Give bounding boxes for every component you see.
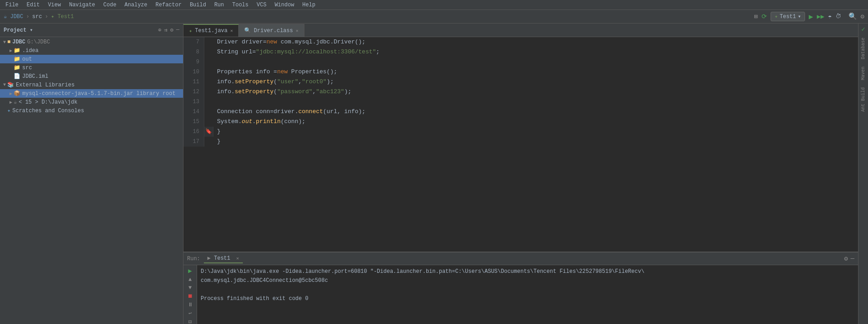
menu-item-edit[interactable]: Edit (23, 1, 43, 9)
run-wrap-button[interactable]: ↩ (188, 310, 192, 317)
checkmark-icon: ✓ (861, 25, 865, 33)
bottom-tab-test1[interactable]: ▶ Test1 ✕ (204, 254, 243, 263)
run-scroll-down[interactable]: ▼ (188, 285, 192, 291)
sidebar-icons: ⊕ ⇉ ⚙ — (158, 27, 179, 33)
tree-item-out[interactable]: 📁 out (0, 55, 183, 63)
run-pause-button[interactable]: ⏸ (188, 301, 193, 308)
code-line-17: 17 } (183, 137, 858, 147)
tab-driverclass[interactable]: 🔍 Driver.class ✕ (239, 24, 304, 37)
tree-arrow-jdk: ▶ (8, 100, 14, 105)
tree-item-idea[interactable]: ▶ 📁 .idea (0, 46, 183, 55)
code-line-8: 8 String url="jdbc:mysql://localhost:330… (183, 47, 858, 57)
code-line-16: 16 🔖 } (183, 127, 858, 137)
top-bar: ☕ JDBC › src › ✦ Test1 ⊞ ⟳ ✦ Test1 ▾ ▶ ▶… (0, 10, 868, 24)
coverage-button[interactable]: ☂ (828, 13, 832, 20)
menu-item-analyze[interactable]: Analyze (121, 1, 151, 9)
scratches-icon: ✦ (7, 107, 10, 114)
tab-close-driver[interactable]: ✕ (296, 28, 299, 33)
chevron-down-icon: ▾ (798, 13, 801, 20)
folder-icon-src: 📁 (14, 64, 20, 71)
menu-item-build[interactable]: Build (186, 1, 210, 9)
panel-minimize-icon[interactable]: — (851, 255, 854, 262)
bottom-panel-icons: ⚙ — (844, 255, 854, 262)
run-label: Run: (187, 256, 200, 262)
run-icon-small: ▶ (207, 255, 211, 262)
menu-item-help[interactable]: Help (299, 1, 319, 9)
search-icon[interactable]: 🔍 (849, 12, 857, 21)
right-tab-maven[interactable]: Maven (860, 64, 867, 83)
tree-label-out: out (22, 56, 32, 62)
sidebar-locate-icon[interactable]: ⊕ (158, 27, 161, 33)
menu-item-view[interactable]: View (44, 1, 65, 9)
debug-button[interactable]: ▶▶ (817, 13, 825, 20)
tab-close-test1[interactable]: ✕ (230, 28, 233, 33)
panel-settings-icon[interactable]: ⚙ (844, 255, 848, 262)
menu-item-window[interactable]: Window (271, 1, 298, 9)
breadcrumb-test1[interactable]: ✦ Test1 (51, 13, 73, 20)
tab-label-driver: Driver.class (254, 28, 293, 34)
tab-icon-driver: 🔍 (244, 27, 251, 34)
breadcrumb-src[interactable]: src (32, 14, 42, 20)
menu-item-file[interactable]: File (2, 1, 22, 9)
right-tab-database[interactable]: Database (860, 35, 867, 62)
tree-arrow: ▼ (2, 40, 7, 45)
jdk-icon: ☕ (14, 99, 17, 105)
menu-item-tools[interactable]: Tools (229, 1, 252, 9)
tree-arrow-extlibs: ▼ (2, 82, 7, 87)
folder-icon-out: 📁 (14, 56, 20, 62)
profiler-button[interactable]: ⏱ (835, 13, 841, 20)
run-button[interactable]: ▶ (809, 12, 813, 21)
bottom-tab-label: Test1 (214, 255, 230, 262)
tree-item-jdk[interactable]: ▶ ☕ < 15 > D:\Java\jdk (0, 98, 183, 106)
code-line-7: 7 Driver driver=new com.mysql.jdbc.Drive… (183, 37, 858, 47)
tree-item-src[interactable]: 📁 src (0, 63, 183, 72)
tree-label-iml: JDBC.iml (22, 73, 48, 80)
breadcrumb-jdbc[interactable]: ☕ JDBC (4, 13, 23, 20)
run-play-button[interactable]: ▶ (188, 267, 192, 275)
bottom-tab-close[interactable]: ✕ (236, 256, 239, 261)
menu-item-navigate[interactable]: Navigate (65, 1, 99, 9)
run-filter-button[interactable]: ⊟ (188, 319, 192, 324)
tab-test1java[interactable]: ✦ Test1.java ✕ (183, 24, 239, 37)
settings-icon[interactable]: ⚙ (861, 13, 864, 20)
tree-item-jdbc[interactable]: ▼ ■ JDBC G:\JDBC (0, 38, 183, 46)
right-panel: ✓ Database Maven Ant Build (858, 24, 868, 324)
run-config-selector[interactable]: ✦ Test1 ▾ (771, 12, 805, 21)
tree-label-idea: .idea (22, 48, 39, 54)
jar-icon: 📦 (14, 90, 20, 97)
code-line-13: 13 (183, 97, 858, 107)
toolbar-right: ⊞ ⟳ ✦ Test1 ▾ ▶ ▶▶ ☂ ⏱ 🔍 ⚙ (754, 12, 864, 21)
tree-label-mysql: mysql-connector-java-5.1.7-bin.jar libra… (22, 91, 175, 97)
sidebar: Project ▾ ⊕ ⇉ ⚙ — ▼ ■ JDBC G:\JDBC ▶ 📁 .… (0, 24, 183, 324)
console-line-1: D:\Java\jdk\bin\java.exe -Didea.launcher… (201, 267, 854, 276)
menu-item-run[interactable]: Run (211, 1, 228, 9)
sidebar-collapse-icon[interactable]: ⇉ (164, 27, 167, 33)
right-tab-antbuild[interactable]: Ant Build (860, 85, 867, 114)
sidebar-settings-icon[interactable]: ⚙ (170, 27, 174, 33)
code-line-15: 15 System.out.println(conn); (183, 117, 858, 127)
tree-item-extlibs[interactable]: ▼ 📚 External Libraries (0, 81, 183, 89)
tree-label-src: src (22, 65, 32, 71)
bottom-content: ▶ ▲ ▼ ⏹ ⏸ ↩ ⊟ D:\Java\jdk\bin\java.exe -… (183, 265, 858, 324)
toolbar-icon-layout[interactable]: ⊞ (754, 13, 757, 20)
menu-item-code[interactable]: Code (100, 1, 120, 9)
toolbar-icon-sync[interactable]: ⟳ (762, 13, 767, 20)
code-line-9: 9 (183, 57, 858, 67)
tree-item-iml[interactable]: 📄 JDBC.iml (0, 72, 183, 81)
code-line-12: 12 info.setProperty("password","abc123")… (183, 87, 858, 97)
tab-bar: ✦ Test1.java ✕ 🔍 Driver.class ✕ (183, 24, 858, 37)
code-editor[interactable]: 7 Driver driver=new com.mysql.jdbc.Drive… (183, 37, 858, 252)
sidebar-close-icon[interactable]: — (176, 27, 179, 33)
tree-item-scratches[interactable]: ✦ Scratches and Consoles (0, 106, 183, 115)
menu-item-vcs[interactable]: VCS (253, 1, 270, 9)
tree-item-mysql-jar[interactable]: ▶ 📦 mysql-connector-java-5.1.7-bin.jar l… (0, 89, 183, 98)
run-scroll-up[interactable]: ▲ (188, 276, 192, 283)
libs-icon: 📚 (7, 81, 14, 88)
code-line-14: 14 Connection conn=driver.connect(url, i… (183, 107, 858, 117)
run-config-label: Test1 (780, 14, 796, 20)
menu-item-refactor[interactable]: Refactor (152, 1, 185, 9)
tree-label-jdk: < 15 > D:\Java\jdk (19, 99, 77, 105)
bottom-panel: Run: ▶ Test1 ✕ ⚙ — ▶ ▲ ▼ (183, 252, 858, 324)
tree-label-jdbc: JDBC (12, 39, 25, 45)
run-stop-button[interactable]: ⏹ (188, 293, 193, 300)
